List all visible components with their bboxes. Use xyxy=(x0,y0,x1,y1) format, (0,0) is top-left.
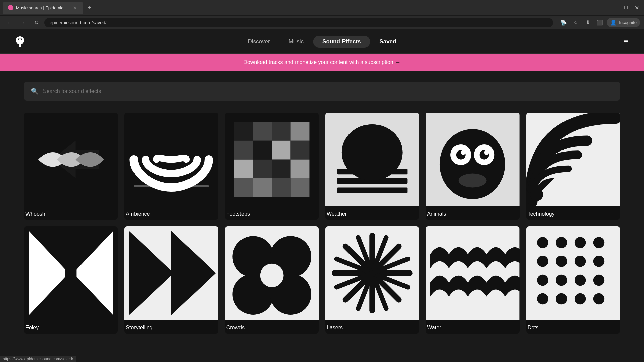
svg-point-37 xyxy=(459,174,487,188)
ambience-image xyxy=(124,113,218,206)
cast-icon[interactable]: 📡 xyxy=(558,18,569,28)
svg-rect-18 xyxy=(272,178,290,197)
svg-rect-3 xyxy=(134,185,209,187)
window-close-button[interactable]: ✕ xyxy=(632,3,641,12)
svg-rect-14 xyxy=(253,160,272,178)
category-technology[interactable]: Technology xyxy=(526,113,620,220)
nav-discover[interactable]: Discover xyxy=(238,36,279,48)
svg-point-36 xyxy=(484,150,489,155)
weather-image xyxy=(325,113,419,206)
svg-point-78 xyxy=(575,293,586,305)
category-lasers[interactable]: Lasers xyxy=(325,226,419,333)
storytelling-image xyxy=(124,226,218,320)
reload-button[interactable]: ↻ xyxy=(31,17,42,28)
tab-favicon xyxy=(8,5,13,10)
svg-point-27 xyxy=(342,124,403,181)
bookmark-icon[interactable]: ☆ xyxy=(571,18,581,28)
forward-button[interactable]: → xyxy=(17,17,28,28)
svg-point-0 xyxy=(19,38,21,41)
category-crowds[interactable]: Crowds xyxy=(225,226,319,333)
incognito-label: Incognito xyxy=(619,20,637,25)
svg-point-74 xyxy=(575,275,586,286)
storytelling-label: Storytelling xyxy=(124,320,218,334)
promo-text: Download tracks and monetize your conten… xyxy=(243,59,393,65)
water-image xyxy=(426,226,519,320)
svg-rect-12 xyxy=(290,141,309,160)
svg-rect-8 xyxy=(290,122,309,141)
lasers-image xyxy=(325,226,419,320)
svg-point-72 xyxy=(537,275,548,286)
status-url: https://www.epidemicsound.com/saved/ xyxy=(3,357,73,361)
whoosh-label: Whoosh xyxy=(24,206,118,220)
svg-point-76 xyxy=(537,293,548,305)
tab-close-button[interactable]: ✕ xyxy=(72,4,78,11)
foley-label: Foley xyxy=(24,320,118,334)
extensions-icon[interactable]: ⬛ xyxy=(595,18,605,28)
svg-point-64 xyxy=(537,237,548,248)
window-maximize-button[interactable]: □ xyxy=(621,3,631,12)
svg-rect-21 xyxy=(290,178,309,197)
promo-banner[interactable]: Download tracks and monetize your conten… xyxy=(0,54,644,71)
category-dots[interactable]: Dots xyxy=(526,226,620,333)
svg-point-65 xyxy=(556,237,567,248)
ambience-label: Ambience xyxy=(124,206,218,220)
technology-label: Technology xyxy=(526,206,620,220)
category-footsteps[interactable]: Footsteps xyxy=(225,113,319,220)
weather-label: Weather xyxy=(325,206,419,220)
svg-point-69 xyxy=(556,256,567,267)
status-bar: https://www.epidemicsound.com/saved/ xyxy=(0,356,76,362)
category-weather[interactable]: Weather xyxy=(325,113,419,220)
whoosh-image xyxy=(24,113,118,206)
water-label: Water xyxy=(426,320,519,334)
svg-point-30 xyxy=(440,129,505,199)
crowds-image xyxy=(225,226,319,320)
svg-rect-19 xyxy=(234,122,272,160)
svg-point-68 xyxy=(537,256,548,267)
nav-saved[interactable]: Saved xyxy=(370,36,406,48)
dots-image xyxy=(526,226,620,320)
search-bar: 🔍 xyxy=(24,82,620,101)
animals-label: Animals xyxy=(426,206,519,220)
back-button[interactable]: ← xyxy=(4,17,15,28)
incognito-badge[interactable]: 👤 Incognito xyxy=(607,18,640,27)
promo-arrow: → xyxy=(395,59,401,65)
svg-rect-20 xyxy=(234,178,253,197)
svg-point-75 xyxy=(593,275,604,286)
category-water[interactable]: Water xyxy=(426,226,519,333)
svg-rect-13 xyxy=(234,160,253,178)
svg-point-71 xyxy=(593,256,604,267)
logo[interactable] xyxy=(13,35,27,48)
category-animals[interactable]: Animals xyxy=(426,113,519,220)
crowds-label: Crowds xyxy=(225,320,319,334)
download-icon[interactable]: ⬇ xyxy=(583,18,593,28)
svg-point-52 xyxy=(260,264,283,287)
menu-button[interactable]: ≡ xyxy=(621,35,631,49)
svg-point-70 xyxy=(575,256,586,267)
foley-image xyxy=(24,226,118,320)
svg-point-67 xyxy=(593,237,604,248)
svg-point-35 xyxy=(461,150,466,155)
window-minimize-button[interactable]: — xyxy=(610,3,620,12)
lasers-label: Lasers xyxy=(325,320,419,334)
svg-rect-7 xyxy=(272,122,290,141)
nav-sound-effects[interactable]: Sound Effects xyxy=(313,36,370,48)
animals-image xyxy=(426,113,519,206)
active-tab[interactable]: Music search | Epidemic Sound ✕ xyxy=(3,2,83,14)
svg-rect-17 xyxy=(253,178,272,197)
address-bar[interactable] xyxy=(44,18,553,27)
svg-point-39 xyxy=(530,188,543,201)
svg-rect-16 xyxy=(290,160,309,178)
svg-point-77 xyxy=(556,293,567,305)
dots-label: Dots xyxy=(526,320,620,334)
category-ambience[interactable]: Ambience xyxy=(124,113,218,220)
tab-title: Music search | Epidemic Sound xyxy=(16,5,70,10)
new-tab-button[interactable]: + xyxy=(85,3,94,12)
svg-point-73 xyxy=(556,275,567,286)
svg-point-79 xyxy=(593,293,604,305)
search-input[interactable] xyxy=(43,88,613,94)
nav-music[interactable]: Music xyxy=(279,36,313,48)
category-foley[interactable]: Foley xyxy=(24,226,118,333)
category-whoosh[interactable]: Whoosh xyxy=(24,113,118,220)
category-storytelling[interactable]: Storytelling xyxy=(124,226,218,333)
svg-rect-15 xyxy=(272,160,290,178)
